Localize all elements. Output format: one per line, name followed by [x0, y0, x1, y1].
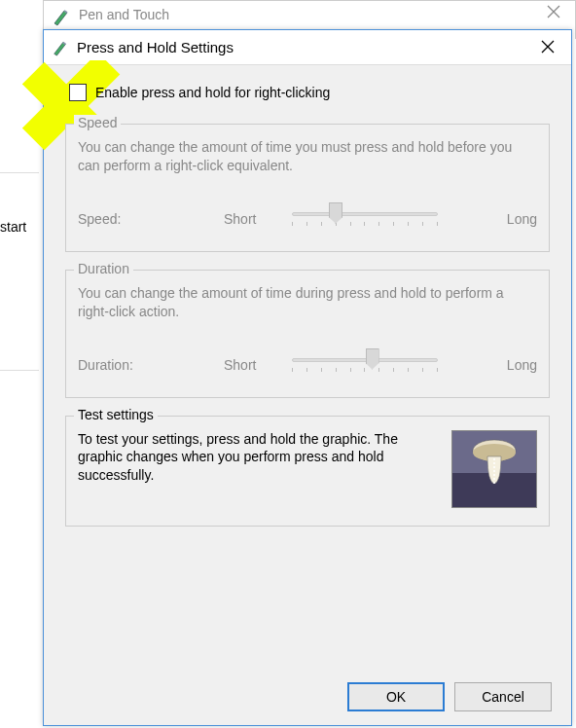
enable-press-and-hold-label[interactable]: Enable press and hold for right-clicking [95, 85, 330, 100]
bg-separator [0, 172, 39, 173]
speed-slider[interactable] [292, 204, 438, 234]
pen-icon [52, 39, 69, 56]
test-graphic[interactable] [451, 430, 537, 508]
speed-slider-thumb[interactable] [329, 202, 342, 224]
speed-min-label: Short [224, 211, 282, 227]
duration-legend: Duration [74, 261, 133, 276]
duration-slider[interactable] [292, 350, 438, 380]
duration-max-label: Long [479, 357, 537, 373]
test-settings-legend: Test settings [74, 407, 158, 422]
close-button[interactable] [528, 32, 567, 61]
speed-group: Speed You can change the amount of time … [65, 124, 550, 252]
bg-separator [0, 370, 39, 371]
cancel-button[interactable]: Cancel [454, 682, 552, 711]
test-settings-description: To test your settings, press and hold th… [78, 430, 438, 486]
speed-label: Speed: [78, 211, 224, 227]
test-settings-group: Test settings To test your settings, pre… [65, 416, 550, 527]
duration-slider-thumb[interactable] [366, 348, 379, 370]
duration-label: Duration: [78, 357, 224, 373]
press-and-hold-settings-dialog: Press and Hold Settings Enable press and… [43, 29, 572, 726]
parent-close-button[interactable] [538, 5, 569, 28]
duration-description: You can change the amount of time during… [78, 284, 537, 321]
speed-legend: Speed [74, 115, 121, 130]
mushroom-icon [470, 437, 519, 486]
pen-icon [52, 7, 71, 26]
dialog-titlebar: Press and Hold Settings [44, 30, 571, 65]
speed-description: You can change the amount of time you mu… [78, 138, 537, 175]
parent-window-title: Pen and Touch [79, 7, 169, 22]
speed-max-label: Long [479, 211, 537, 227]
ok-button[interactable]: OK [347, 682, 445, 711]
bg-text-fragment: start [0, 219, 26, 235]
duration-group: Duration You can change the amount of ti… [65, 270, 550, 398]
duration-min-label: Short [224, 357, 282, 373]
enable-press-and-hold-checkbox[interactable] [69, 84, 87, 101]
dialog-title: Press and Hold Settings [77, 39, 234, 55]
